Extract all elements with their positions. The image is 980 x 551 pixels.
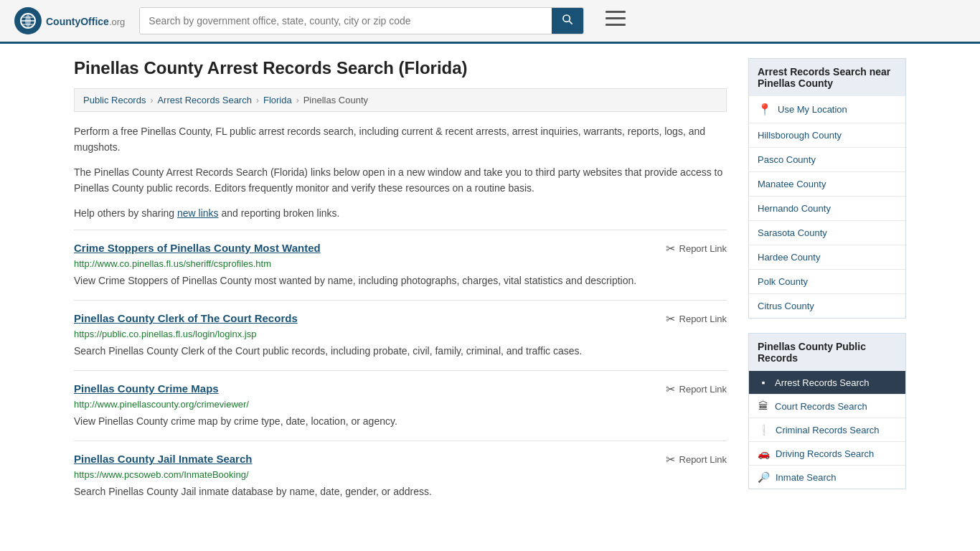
breadcrumb: Public Records › Arrest Records Search ›… bbox=[74, 88, 727, 112]
location-dot-icon: 📍 bbox=[758, 103, 772, 116]
result-desc-0: View Crime Stoppers of Pinellas County m… bbox=[74, 273, 727, 288]
public-records-section-title: Pinellas County Public Records bbox=[748, 333, 906, 371]
search-input[interactable] bbox=[140, 8, 552, 34]
public-record-item-0[interactable]: ▪Arrest Records Search bbox=[749, 371, 905, 395]
pub-record-icon-3: 🚗 bbox=[758, 448, 770, 459]
public-record-item-3[interactable]: 🚗Driving Records Search bbox=[749, 442, 905, 466]
breadcrumb-arrest-records[interactable]: Arrest Records Search bbox=[157, 95, 252, 105]
result-item: Pinellas County Jail Inmate Search ✂ Rep… bbox=[74, 441, 727, 511]
svg-rect-7 bbox=[606, 17, 626, 19]
nearby-county-item: Hillsborough County bbox=[749, 123, 905, 148]
breadcrumb-public-records[interactable]: Public Records bbox=[83, 95, 146, 105]
main-container: Pinellas County Arrest Records Search (F… bbox=[60, 44, 920, 525]
result-title-row: Pinellas County Jail Inmate Search ✂ Rep… bbox=[74, 453, 727, 466]
pub-record-link-4[interactable]: Inmate Search bbox=[776, 472, 837, 483]
result-item: Pinellas County Crime Maps ✂ Report Link… bbox=[74, 370, 727, 441]
report-icon-1: ✂ bbox=[666, 312, 675, 326]
description-3: Help others by sharing new links and rep… bbox=[74, 205, 727, 221]
nearby-county-link-2[interactable]: Manatee County bbox=[758, 179, 826, 189]
report-link-0[interactable]: ✂ Report Link bbox=[666, 242, 727, 255]
breadcrumb-florida[interactable]: Florida bbox=[263, 95, 292, 105]
result-url-1: https://public.co.pinellas.fl.us/login/l… bbox=[74, 329, 727, 339]
nearby-county-link-6[interactable]: Polk County bbox=[758, 276, 808, 287]
nearby-section-title: Arrest Records Search near Pinellas Coun… bbox=[748, 58, 906, 96]
public-record-item-1[interactable]: 🏛Court Records Search bbox=[749, 395, 905, 418]
use-location-link[interactable]: Use My Location bbox=[778, 104, 847, 115]
nearby-county-item: Hardee County bbox=[749, 245, 905, 270]
report-link-1[interactable]: ✂ Report Link bbox=[666, 312, 727, 326]
logo-text: CountyOffice.org bbox=[46, 14, 125, 29]
result-url-0: http://www.co.pinellas.fl.us/sheriff/csp… bbox=[74, 258, 727, 269]
report-icon-0: ✂ bbox=[666, 242, 675, 255]
svg-point-4 bbox=[563, 15, 570, 22]
result-title-row: Pinellas County Clerk of The Court Recor… bbox=[74, 312, 727, 326]
nearby-county-item: Polk County bbox=[749, 270, 905, 294]
pub-record-icon-0: ▪ bbox=[758, 377, 769, 388]
nearby-county-item: Sarasota County bbox=[749, 221, 905, 245]
result-link-3[interactable]: Pinellas County Jail Inmate Search bbox=[74, 453, 252, 465]
content-area: Pinellas County Arrest Records Search (F… bbox=[74, 58, 727, 511]
result-link-2[interactable]: Pinellas County Crime Maps bbox=[74, 382, 219, 395]
pub-record-link-2[interactable]: Criminal Records Search bbox=[776, 425, 880, 435]
pub-record-link-1[interactable]: Court Records Search bbox=[775, 401, 867, 412]
nearby-counties-list: 📍 Use My Location Hillsborough CountyPas… bbox=[748, 96, 906, 319]
result-url-3: https://www.pcsoweb.com/InmateBooking/ bbox=[74, 469, 727, 480]
logo-icon bbox=[14, 7, 42, 34]
nearby-county-item: Pasco County bbox=[749, 148, 905, 172]
report-link-2[interactable]: ✂ Report Link bbox=[666, 382, 727, 396]
nearby-county-item: Hernando County bbox=[749, 197, 905, 221]
result-item: Pinellas County Clerk of The Court Recor… bbox=[74, 300, 727, 370]
pub-record-icon-1: 🏛 bbox=[758, 400, 769, 412]
report-link-3[interactable]: ✂ Report Link bbox=[666, 453, 727, 466]
description-2: The Pinellas County Arrest Records Searc… bbox=[74, 164, 727, 197]
result-title-row: Pinellas County Crime Maps ✂ Report Link bbox=[74, 382, 727, 396]
result-item: Crime Stoppers of Pinellas County Most W… bbox=[74, 230, 727, 300]
nearby-county-item: Citrus County bbox=[749, 294, 905, 318]
svg-rect-6 bbox=[606, 11, 626, 13]
search-button[interactable] bbox=[552, 8, 583, 34]
report-icon-3: ✂ bbox=[666, 453, 675, 466]
public-records-list: ▪Arrest Records Search🏛Court Records Sea… bbox=[748, 371, 906, 489]
logo-area[interactable]: CountyOffice.org bbox=[14, 7, 125, 34]
svg-line-5 bbox=[569, 21, 573, 24]
nearby-county-link-0[interactable]: Hillsborough County bbox=[758, 130, 842, 141]
svg-rect-8 bbox=[606, 24, 626, 26]
nearby-county-link-3[interactable]: Hernando County bbox=[758, 203, 831, 214]
public-record-item-2[interactable]: ❕Criminal Records Search bbox=[749, 418, 905, 442]
nearby-counties-container: Hillsborough CountyPasco CountyManatee C… bbox=[749, 123, 905, 318]
pub-record-link-0[interactable]: Arrest Records Search bbox=[775, 377, 870, 388]
search-bar bbox=[139, 7, 584, 34]
pub-record-link-3[interactable]: Driving Records Search bbox=[776, 448, 874, 459]
page-title: Pinellas County Arrest Records Search (F… bbox=[74, 58, 727, 78]
header: CountyOffice.org bbox=[0, 0, 980, 44]
result-link-1[interactable]: Pinellas County Clerk of The Court Recor… bbox=[74, 312, 298, 324]
breadcrumb-current: Pinellas County bbox=[303, 95, 368, 105]
public-records-container: ▪Arrest Records Search🏛Court Records Sea… bbox=[749, 371, 905, 489]
nearby-county-item: Manatee County bbox=[749, 172, 905, 197]
pub-record-icon-4: 🔎 bbox=[758, 471, 770, 483]
use-location-item[interactable]: 📍 Use My Location bbox=[749, 96, 905, 123]
result-url-2: http://www.pinellascounty.org/crimeviewe… bbox=[74, 399, 727, 410]
result-desc-2: View Pinellas County crime map by crime … bbox=[74, 414, 727, 429]
description-1: Perform a free Pinellas County, FL publi… bbox=[74, 123, 727, 156]
report-icon-2: ✂ bbox=[666, 382, 675, 396]
new-links-link[interactable]: new links bbox=[177, 207, 219, 219]
nearby-county-link-5[interactable]: Hardee County bbox=[758, 252, 820, 263]
pub-record-icon-2: ❕ bbox=[758, 424, 770, 435]
results-list: Crime Stoppers of Pinellas County Most W… bbox=[74, 230, 727, 511]
sidebar: Arrest Records Search near Pinellas Coun… bbox=[748, 58, 906, 511]
nearby-county-link-1[interactable]: Pasco County bbox=[758, 154, 816, 165]
nearby-county-link-7[interactable]: Citrus County bbox=[758, 301, 814, 311]
public-record-item-4[interactable]: 🔎Inmate Search bbox=[749, 466, 905, 489]
result-title-row: Crime Stoppers of Pinellas County Most W… bbox=[74, 242, 727, 255]
hamburger-menu-icon[interactable] bbox=[606, 11, 626, 31]
nearby-county-link-4[interactable]: Sarasota County bbox=[758, 227, 827, 238]
result-link-0[interactable]: Crime Stoppers of Pinellas County Most W… bbox=[74, 242, 321, 254]
result-desc-3: Search Pinellas County Jail inmate datab… bbox=[74, 484, 727, 499]
result-desc-1: Search Pinellas County Clerk of the Cour… bbox=[74, 344, 727, 359]
